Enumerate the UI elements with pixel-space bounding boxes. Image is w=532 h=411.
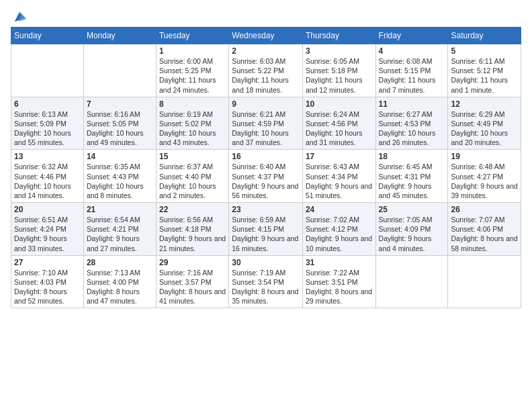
day-header-monday: Monday <box>83 28 156 44</box>
calendar-cell: 8Sunrise: 6:19 AM Sunset: 5:02 PM Daylig… <box>156 97 228 150</box>
day-number: 13 <box>14 152 81 161</box>
day-info: Sunrise: 7:13 AM Sunset: 4:00 PM Dayligh… <box>87 268 153 306</box>
day-number: 16 <box>232 152 300 161</box>
day-number: 31 <box>306 258 373 267</box>
day-number: 27 <box>14 258 81 267</box>
day-number: 26 <box>451 205 518 214</box>
calendar-cell: 19Sunrise: 6:48 AM Sunset: 4:27 PM Dayli… <box>448 150 521 203</box>
calendar-cell: 7Sunrise: 6:16 AM Sunset: 5:05 PM Daylig… <box>83 97 156 150</box>
day-number: 11 <box>379 99 445 109</box>
day-number: 8 <box>159 99 226 109</box>
calendar-cell: 25Sunrise: 7:05 AM Sunset: 4:09 PM Dayli… <box>375 203 448 256</box>
day-number: 14 <box>87 152 153 161</box>
calendar-cell: 9Sunrise: 6:21 AM Sunset: 4:59 PM Daylig… <box>229 97 303 150</box>
calendar-body: 1Sunrise: 6:00 AM Sunset: 5:25 PM Daylig… <box>11 44 521 308</box>
day-info: Sunrise: 6:56 AM Sunset: 4:18 PM Dayligh… <box>159 215 226 253</box>
day-info: Sunrise: 6:24 AM Sunset: 4:56 PM Dayligh… <box>306 109 373 148</box>
day-number: 18 <box>379 152 445 161</box>
calendar-cell: 17Sunrise: 6:43 AM Sunset: 4:34 PM Dayli… <box>302 150 375 203</box>
calendar-cell: 14Sunrise: 6:35 AM Sunset: 4:43 PM Dayli… <box>83 150 156 203</box>
calendar-cell: 11Sunrise: 6:27 AM Sunset: 4:53 PM Dayli… <box>375 97 448 150</box>
day-number: 1 <box>159 46 226 56</box>
calendar-cell: 12Sunrise: 6:29 AM Sunset: 4:49 PM Dayli… <box>448 97 521 150</box>
calendar-cell: 18Sunrise: 6:45 AM Sunset: 4:31 PM Dayli… <box>375 150 448 203</box>
day-info: Sunrise: 6:03 AM Sunset: 5:22 PM Dayligh… <box>232 56 300 95</box>
calendar-cell: 15Sunrise: 6:37 AM Sunset: 4:40 PM Dayli… <box>156 150 228 203</box>
day-info: Sunrise: 6:29 AM Sunset: 4:49 PM Dayligh… <box>451 109 518 148</box>
week-row-5: 27Sunrise: 7:10 AM Sunset: 4:03 PM Dayli… <box>11 255 521 308</box>
day-number: 23 <box>232 205 300 214</box>
calendar-cell: 20Sunrise: 6:51 AM Sunset: 4:24 PM Dayli… <box>11 203 84 256</box>
day-number: 9 <box>232 99 300 109</box>
logo <box>11 9 27 24</box>
calendar-cell: 6Sunrise: 6:13 AM Sunset: 5:09 PM Daylig… <box>11 97 84 150</box>
calendar-cell: 2Sunrise: 6:03 AM Sunset: 5:22 PM Daylig… <box>229 44 303 97</box>
day-number: 28 <box>87 258 153 267</box>
day-number: 30 <box>232 258 300 267</box>
day-info: Sunrise: 7:19 AM Sunset: 3:54 PM Dayligh… <box>232 268 300 306</box>
day-info: Sunrise: 6:59 AM Sunset: 4:15 PM Dayligh… <box>232 215 300 253</box>
day-number: 12 <box>451 99 518 109</box>
day-header-wednesday: Wednesday <box>229 28 303 44</box>
day-number: 20 <box>14 205 81 214</box>
day-info: Sunrise: 7:07 AM Sunset: 4:06 PM Dayligh… <box>451 215 518 253</box>
day-info: Sunrise: 6:51 AM Sunset: 4:24 PM Dayligh… <box>14 215 81 253</box>
calendar-cell: 29Sunrise: 7:16 AM Sunset: 3:57 PM Dayli… <box>156 255 228 308</box>
day-info: Sunrise: 7:22 AM Sunset: 3:51 PM Dayligh… <box>306 268 373 306</box>
calendar-cell: 10Sunrise: 6:24 AM Sunset: 4:56 PM Dayli… <box>302 97 375 150</box>
calendar-cell: 3Sunrise: 6:05 AM Sunset: 5:18 PM Daylig… <box>302 44 375 97</box>
calendar-cell <box>375 255 448 308</box>
logo-icon <box>12 9 27 24</box>
day-number: 7 <box>87 99 153 109</box>
day-number: 19 <box>451 152 518 161</box>
day-number: 15 <box>159 152 226 161</box>
calendar-header-row: SundayMondayTuesdayWednesdayThursdayFrid… <box>11 28 521 44</box>
calendar-cell: 4Sunrise: 6:08 AM Sunset: 5:15 PM Daylig… <box>375 44 448 97</box>
day-header-saturday: Saturday <box>448 28 521 44</box>
header <box>11 7 521 24</box>
day-number: 5 <box>451 46 518 56</box>
day-info: Sunrise: 6:37 AM Sunset: 4:40 PM Dayligh… <box>159 162 226 200</box>
week-row-4: 20Sunrise: 6:51 AM Sunset: 4:24 PM Dayli… <box>11 203 521 256</box>
calendar-cell <box>83 44 156 97</box>
day-info: Sunrise: 6:35 AM Sunset: 4:43 PM Dayligh… <box>87 162 153 200</box>
day-header-sunday: Sunday <box>11 28 84 44</box>
day-number: 3 <box>306 46 373 56</box>
week-row-2: 6Sunrise: 6:13 AM Sunset: 5:09 PM Daylig… <box>11 97 521 150</box>
calendar-cell: 27Sunrise: 7:10 AM Sunset: 4:03 PM Dayli… <box>11 255 84 308</box>
day-info: Sunrise: 7:02 AM Sunset: 4:12 PM Dayligh… <box>306 215 373 253</box>
day-number: 4 <box>379 46 445 56</box>
week-row-1: 1Sunrise: 6:00 AM Sunset: 5:25 PM Daylig… <box>11 44 521 97</box>
calendar-cell: 28Sunrise: 7:13 AM Sunset: 4:00 PM Dayli… <box>83 255 156 308</box>
day-number: 10 <box>306 99 373 109</box>
calendar-cell: 23Sunrise: 6:59 AM Sunset: 4:15 PM Dayli… <box>229 203 303 256</box>
day-header-tuesday: Tuesday <box>156 28 228 44</box>
calendar-cell: 30Sunrise: 7:19 AM Sunset: 3:54 PM Dayli… <box>229 255 303 308</box>
day-number: 22 <box>159 205 226 214</box>
calendar-cell <box>11 44 84 97</box>
calendar-table: SundayMondayTuesdayWednesdayThursdayFrid… <box>11 27 521 308</box>
page-container: SundayMondayTuesdayWednesdayThursdayFrid… <box>0 0 532 315</box>
day-header-thursday: Thursday <box>302 28 375 44</box>
calendar-cell: 31Sunrise: 7:22 AM Sunset: 3:51 PM Dayli… <box>302 255 375 308</box>
calendar-cell: 22Sunrise: 6:56 AM Sunset: 4:18 PM Dayli… <box>156 203 228 256</box>
day-info: Sunrise: 6:21 AM Sunset: 4:59 PM Dayligh… <box>232 109 300 148</box>
calendar-cell: 1Sunrise: 6:00 AM Sunset: 5:25 PM Daylig… <box>156 44 228 97</box>
calendar-cell: 21Sunrise: 6:54 AM Sunset: 4:21 PM Dayli… <box>83 203 156 256</box>
day-info: Sunrise: 6:13 AM Sunset: 5:09 PM Dayligh… <box>14 109 81 148</box>
day-info: Sunrise: 6:05 AM Sunset: 5:18 PM Dayligh… <box>306 56 373 95</box>
day-number: 29 <box>159 258 226 267</box>
day-info: Sunrise: 6:00 AM Sunset: 5:25 PM Dayligh… <box>159 56 226 95</box>
calendar-cell: 16Sunrise: 6:40 AM Sunset: 4:37 PM Dayli… <box>229 150 303 203</box>
calendar-cell: 26Sunrise: 7:07 AM Sunset: 4:06 PM Dayli… <box>448 203 521 256</box>
day-number: 6 <box>14 99 81 109</box>
day-info: Sunrise: 6:43 AM Sunset: 4:34 PM Dayligh… <box>306 162 373 200</box>
day-info: Sunrise: 7:05 AM Sunset: 4:09 PM Dayligh… <box>379 215 445 253</box>
day-info: Sunrise: 7:10 AM Sunset: 4:03 PM Dayligh… <box>14 268 81 306</box>
day-info: Sunrise: 6:11 AM Sunset: 5:12 PM Dayligh… <box>451 56 518 95</box>
week-row-3: 13Sunrise: 6:32 AM Sunset: 4:46 PM Dayli… <box>11 150 521 203</box>
day-number: 25 <box>379 205 445 214</box>
day-number: 21 <box>87 205 153 214</box>
day-info: Sunrise: 6:16 AM Sunset: 5:05 PM Dayligh… <box>87 109 153 148</box>
day-number: 17 <box>306 152 373 161</box>
